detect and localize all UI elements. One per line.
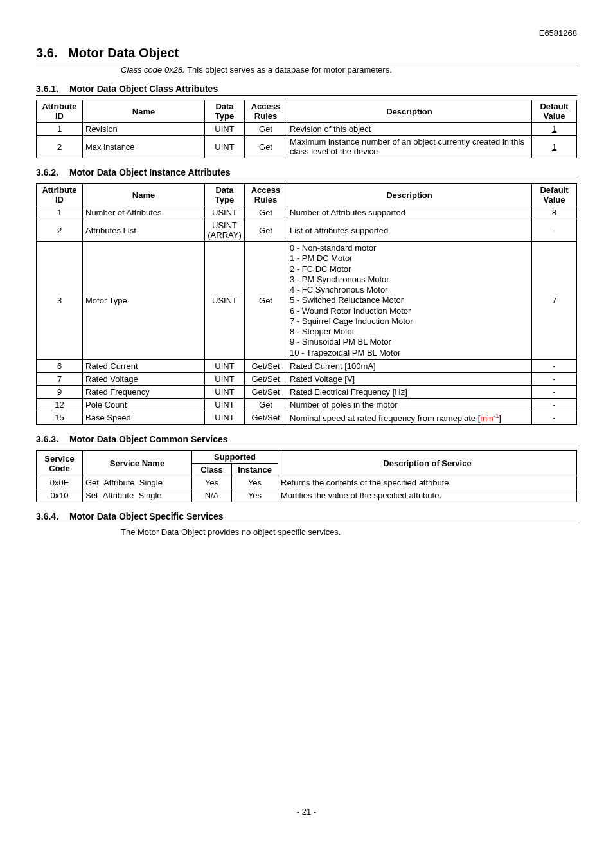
cell-service-code: 0x10: [37, 489, 83, 502]
cell-service-name: Set_Attribute_Single: [83, 489, 192, 502]
cell-desc: 0 - Non-standard motor1 - PM DC Motor2 -…: [287, 242, 532, 360]
cell-data-type: UINT: [205, 359, 245, 372]
common-services-table: Service Code Service Name Supported Desc…: [36, 450, 577, 502]
cell-access: Get: [245, 206, 287, 219]
cell-desc: Number of Attributes supported: [287, 206, 532, 219]
cell-attr-id: 2: [37, 219, 83, 242]
th-service-code: Service Code: [37, 451, 83, 476]
sub363-number: 3.6.3.: [36, 434, 67, 444]
cell-access: Get/Set: [245, 385, 287, 398]
table-row: 15Base SpeedUINTGet/SetNominal speed at …: [37, 411, 577, 424]
cell-desc: Revision of this object: [287, 123, 532, 136]
cell-default: 1: [532, 123, 577, 136]
th-access: Access Rules: [245, 100, 287, 123]
table-row: 12Pole CountUINTGetNumber of poles in th…: [37, 398, 577, 411]
section-class-desc: Class code 0x28. This object serves as a…: [121, 65, 577, 75]
th-class: Class: [192, 464, 232, 476]
cell-instance-supported: Yes: [232, 476, 278, 489]
cell-service-name: Get_Attribute_Single: [83, 476, 192, 489]
th-service-name: Service Name: [83, 451, 192, 476]
table-row: 1Number of AttributesUSINTGetNumber of A…: [37, 206, 577, 219]
cell-name: Rated Current: [83, 359, 205, 372]
th-default: Default Value: [532, 100, 577, 123]
sub364-title-text: Motor Data Object Specific Services: [69, 511, 224, 521]
table-row: 9Rated FrequencyUINTGet/SetRated Electri…: [37, 385, 577, 398]
cell-name: Attributes List: [83, 219, 205, 242]
th-instance: Instance: [232, 464, 278, 476]
cell-attr-id: 2: [37, 136, 83, 158]
cell-attr-id: 12: [37, 398, 83, 411]
cell-default: -: [532, 411, 577, 424]
cell-name: Revision: [83, 123, 205, 136]
th-data-type: Data Type: [205, 100, 245, 123]
sub362-title-text: Motor Data Object Instance Attributes: [69, 167, 231, 177]
th-desc: Description: [287, 100, 532, 123]
cell-default: -: [532, 398, 577, 411]
cell-access: Get: [245, 242, 287, 360]
cell-data-type: USINT: [205, 242, 245, 360]
cell-default: -: [532, 219, 577, 242]
sub361-title-text: Motor Data Object Class Attributes: [69, 84, 218, 94]
section-title-text: Motor Data Object: [68, 46, 179, 60]
th-name: Name: [83, 100, 205, 123]
table-row: 6Rated CurrentUINTGet/SetRated Current […: [37, 359, 577, 372]
cell-data-type: UINT: [205, 411, 245, 424]
sub364-note: The Motor Data Object provides no object…: [121, 527, 577, 537]
sub364-number: 3.6.4.: [36, 511, 67, 521]
table-row: 7Rated VoltageUINTGet/SetRated Voltage […: [37, 372, 577, 385]
cell-default: -: [532, 372, 577, 385]
cell-name: Base Speed: [83, 411, 205, 424]
cell-attr-id: 1: [37, 123, 83, 136]
cell-desc: Number of poles in the motor: [287, 398, 532, 411]
cell-data-type: USINT: [205, 206, 245, 219]
table-row: 2Attributes ListUSINT (ARRAY)GetList of …: [37, 219, 577, 242]
table-header-row: Service Code Service Name Supported Desc…: [37, 451, 577, 464]
sub361-heading: 3.6.1. Motor Data Object Class Attribute…: [36, 84, 577, 96]
th-attr-id: Attribute ID: [37, 184, 83, 206]
cell-default: 8: [532, 206, 577, 219]
cell-data-type: UINT: [205, 123, 245, 136]
cell-service-code: 0x0E: [37, 476, 83, 489]
th-desc: Description: [287, 184, 532, 206]
table-header-row: Attribute ID Name Data Type Access Rules…: [37, 184, 577, 206]
cell-name: Rated Voltage: [83, 372, 205, 385]
th-supported: Supported: [192, 451, 278, 464]
table-row: 2Max instanceUINTGetMaximum instance num…: [37, 136, 577, 158]
cell-access: Get: [245, 123, 287, 136]
cell-desc: Maximum instance number of an object cur…: [287, 136, 532, 158]
cell-access: Get: [245, 219, 287, 242]
cell-access: Get: [245, 398, 287, 411]
cell-attr-id: 9: [37, 385, 83, 398]
document-code: E6581268: [36, 28, 577, 38]
cell-default: -: [532, 385, 577, 398]
section-heading: 3.6. Motor Data Object: [36, 46, 577, 62]
class-attributes-table: Attribute ID Name Data Type Access Rules…: [36, 100, 577, 158]
cell-data-type: UINT: [205, 136, 245, 158]
cell-instance-supported: Yes: [232, 489, 278, 502]
cell-data-type: USINT (ARRAY): [205, 219, 245, 242]
sub363-heading: 3.6.3. Motor Data Object Common Services: [36, 434, 577, 446]
table-row: 0x0EGet_Attribute_SingleYesYesReturns th…: [37, 476, 577, 489]
class-code-desc-text: This object serves as a database for mot…: [187, 65, 392, 75]
cell-attr-id: 1: [37, 206, 83, 219]
cell-data-type: UINT: [205, 398, 245, 411]
cell-name: Max instance: [83, 136, 205, 158]
cell-desc: Rated Current [100mA]: [287, 359, 532, 372]
cell-class-supported: N/A: [192, 489, 232, 502]
cell-access: Get/Set: [245, 359, 287, 372]
cell-access: Get: [245, 136, 287, 158]
th-access: Access Rules: [245, 184, 287, 206]
cell-class-supported: Yes: [192, 476, 232, 489]
table-row: 3Motor TypeUSINTGet0 - Non-standard moto…: [37, 242, 577, 360]
th-data-type: Data Type: [205, 184, 245, 206]
cell-attr-id: 3: [37, 242, 83, 360]
class-code-label: Class code 0x28.: [121, 65, 185, 75]
cell-attr-id: 7: [37, 372, 83, 385]
cell-desc: List of attributes supported: [287, 219, 532, 242]
cell-service-desc: Returns the contents of the specified at…: [278, 476, 577, 489]
cell-default: 7: [532, 242, 577, 360]
cell-name: Number of Attributes: [83, 206, 205, 219]
cell-name: Pole Count: [83, 398, 205, 411]
table-row: 1RevisionUINTGetRevision of this object1: [37, 123, 577, 136]
cell-desc: Nominal speed at rated frequency from na…: [287, 411, 532, 424]
